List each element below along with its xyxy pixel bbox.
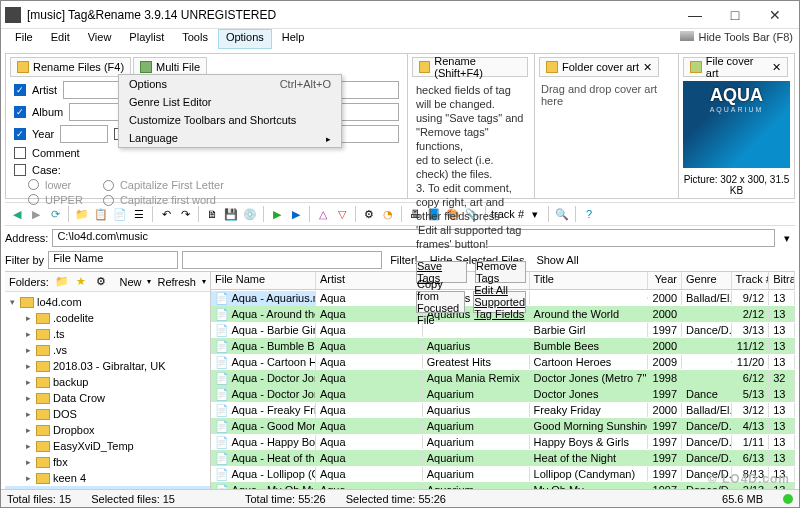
instructions: hecked fields of tag will be changed.usi… bbox=[408, 77, 534, 257]
rename-icon bbox=[17, 61, 29, 73]
window-title: [music] Tag&Rename 3.9.14 UNREGISTERED bbox=[27, 8, 675, 22]
remove-tags-button[interactable]: Remove Tags bbox=[475, 261, 526, 283]
col-filename[interactable]: File Name bbox=[211, 272, 316, 289]
tab-rename-files[interactable]: Rename Files (F4) bbox=[10, 57, 131, 77]
album-checkbox[interactable]: ✓ bbox=[14, 106, 26, 118]
status-bar: Total files: 15 Selected files: 15 Total… bbox=[1, 489, 799, 507]
folders-new[interactable]: New bbox=[119, 276, 141, 288]
col-artist[interactable]: Artist bbox=[316, 272, 423, 289]
file-cover-icon bbox=[690, 61, 702, 73]
menu-edit[interactable]: Edit bbox=[43, 29, 78, 49]
close-button[interactable]: ✕ bbox=[755, 3, 795, 27]
show-all-button[interactable]: Show All bbox=[532, 254, 582, 266]
zoom-icon[interactable]: 🔍 bbox=[554, 206, 570, 222]
table-row[interactable]: 📄 Aqua - Freaky Friday...AquaAquariusFre… bbox=[211, 402, 795, 418]
dd-customize[interactable]: Customize Toolbars and Shortcuts bbox=[119, 111, 341, 129]
status-dot-icon bbox=[783, 494, 793, 504]
copy-focused-button[interactable]: Copy from Focused File bbox=[416, 291, 465, 313]
table-row[interactable]: 📄 Aqua - Heat of the N...AquaAquariumHea… bbox=[211, 450, 795, 466]
close-file-cover-icon[interactable]: ✕ bbox=[772, 61, 781, 74]
status-selected: Selected files: 15 bbox=[91, 493, 175, 505]
artist-checkbox[interactable]: ✓ bbox=[14, 84, 26, 96]
case-checkbox[interactable] bbox=[14, 164, 26, 176]
menu-view[interactable]: View bbox=[80, 29, 120, 49]
folder-node[interactable]: ▸EasyXviD_Temp bbox=[5, 438, 210, 454]
watermark: © LO4D.com bbox=[708, 472, 790, 486]
tab-rename-shift[interactable]: Rename (Shift+F4) bbox=[412, 57, 528, 77]
capword-radio[interactable] bbox=[103, 195, 114, 206]
menu-playlist[interactable]: Playlist bbox=[121, 29, 172, 49]
folder-node[interactable]: ▸2018.03 - Gibraltar, UK bbox=[5, 358, 210, 374]
folders-refresh[interactable]: Refresh bbox=[157, 276, 196, 288]
status-seltime: Selected time: 55:26 bbox=[346, 493, 446, 505]
album-label: Album bbox=[32, 106, 63, 118]
tag-edit-panel: Rename Files (F4) Multi File ✓Artist ✓Al… bbox=[5, 53, 795, 199]
folder-node[interactable]: ▸.ts bbox=[5, 326, 210, 342]
menu-file[interactable]: File bbox=[7, 29, 41, 49]
table-row[interactable]: 📄 Aqua - Doctor Jones ...AquaAqua Mania … bbox=[211, 370, 795, 386]
menu-options[interactable]: Options bbox=[218, 29, 272, 49]
hide-tools-bar[interactable]: Hide Tools Bar (F8) bbox=[674, 29, 799, 51]
folder-star-icon[interactable]: ★ bbox=[75, 274, 88, 290]
album-cover-image: AQUA AQUARIUM bbox=[683, 81, 790, 168]
capfirst-radio[interactable] bbox=[103, 180, 114, 191]
minimize-button[interactable]: — bbox=[675, 3, 715, 27]
help-icon[interactable]: ? bbox=[581, 206, 597, 222]
status-time: Total time: 55:26 bbox=[245, 493, 326, 505]
folder-node[interactable]: ▸DOS bbox=[5, 406, 210, 422]
maximize-button[interactable]: □ bbox=[715, 3, 755, 27]
folder-node[interactable]: ▸keen 4 bbox=[5, 470, 210, 486]
close-folder-cover-icon[interactable]: ✕ bbox=[643, 61, 652, 74]
table-row[interactable]: 📄 Aqua - Bumble Bees...AquaAquariusBumbl… bbox=[211, 338, 795, 354]
comment-checkbox[interactable] bbox=[14, 147, 26, 159]
folder-cover-icon bbox=[546, 61, 558, 73]
col-title[interactable]: Title bbox=[530, 272, 649, 289]
table-row[interactable]: 📄 Aqua - Good Mornin...AquaAquariumGood … bbox=[211, 418, 795, 434]
artist-label: Artist bbox=[32, 84, 57, 96]
address-label: Address: bbox=[5, 232, 48, 244]
folder-node[interactable]: ▸.codelite bbox=[5, 310, 210, 326]
table-row[interactable]: 📄 Aqua - Cartoon Hero...AquaGreatest Hit… bbox=[211, 354, 795, 370]
col-year[interactable]: Year bbox=[648, 272, 682, 289]
folder-gear-icon[interactable]: ⚙ bbox=[94, 274, 107, 290]
year-input[interactable] bbox=[60, 125, 108, 143]
comment-label: Comment bbox=[32, 147, 80, 159]
folder-node[interactable]: ▸Dropbox bbox=[5, 422, 210, 438]
lower-radio[interactable] bbox=[28, 179, 39, 190]
folder-node[interactable]: ▸backup bbox=[5, 374, 210, 390]
titlebar: [music] Tag&Rename 3.9.14 UNREGISTERED —… bbox=[1, 1, 799, 29]
filter-value-input[interactable] bbox=[182, 251, 382, 269]
col-track[interactable]: Track # bbox=[732, 272, 770, 289]
multi-icon bbox=[140, 61, 152, 73]
col-genre[interactable]: Genre bbox=[682, 272, 732, 289]
table-row[interactable]: 📄 Aqua - Happy Boys ...AquaAquariumHappy… bbox=[211, 434, 795, 450]
year-checkbox[interactable]: ✓ bbox=[14, 128, 26, 140]
table-row[interactable]: 📄 Aqua - Barbie Girl.mp3AquaBarbie Girl1… bbox=[211, 322, 795, 338]
col-bitrate[interactable]: Bitrat bbox=[769, 272, 795, 289]
folder-tree[interactable]: ▾lo4d.com▸.codelite▸.ts▸.vs▸2018.03 - Gi… bbox=[5, 292, 210, 489]
upper-radio[interactable] bbox=[28, 194, 39, 205]
tab-folder-cover[interactable]: Folder cover art✕ bbox=[539, 57, 659, 77]
year-label: Year bbox=[32, 128, 54, 140]
hide-tools-icon bbox=[680, 31, 694, 41]
rename-shift-icon bbox=[419, 61, 430, 73]
dd-language[interactable]: Language bbox=[119, 129, 341, 147]
case-label: Case: bbox=[32, 164, 61, 176]
cover-drop-area[interactable]: Drag and drop cover art here bbox=[535, 77, 678, 198]
address-dropdown-icon[interactable]: ▾ bbox=[779, 230, 795, 246]
status-size: 65.6 MB bbox=[722, 493, 763, 505]
folder-node[interactable]: ▸fbx bbox=[5, 454, 210, 470]
folder-node[interactable]: ▸Data Crow bbox=[5, 390, 210, 406]
folder-cd-icon[interactable]: 📁 bbox=[55, 274, 69, 290]
filter-label: Filter by bbox=[5, 254, 44, 266]
options-dropdown: OptionsCtrl+Alt+O Genre List Editor Cust… bbox=[118, 74, 342, 148]
tab-file-cover[interactable]: File cover art✕ bbox=[683, 57, 788, 77]
folder-node[interactable]: ▸.vs bbox=[5, 342, 210, 358]
dd-options[interactable]: OptionsCtrl+Alt+O bbox=[119, 75, 341, 93]
edit-all-button[interactable]: Edit All Supported Tag Fields bbox=[473, 291, 526, 313]
filter-select[interactable]: File Name bbox=[48, 251, 178, 269]
menu-help[interactable]: Help bbox=[274, 29, 313, 49]
table-row[interactable]: 📄 Aqua - Doctor Jones...AquaAquariumDoct… bbox=[211, 386, 795, 402]
menu-tools[interactable]: Tools bbox=[174, 29, 216, 49]
dd-genre-editor[interactable]: Genre List Editor bbox=[119, 93, 341, 111]
